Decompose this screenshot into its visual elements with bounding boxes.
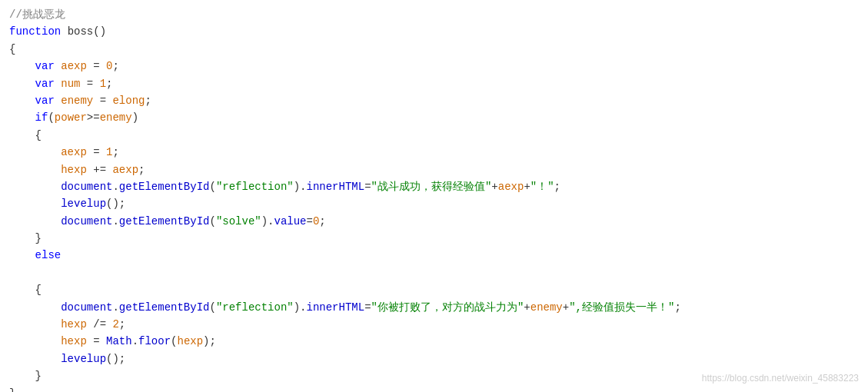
code-line-6: var enemy = elong; [9,92,859,109]
code-line-17: { [9,281,859,298]
code-line-11: document.getElementById("reflection").in… [9,178,859,195]
code-line-2: function boss() [9,23,859,40]
code-line-20: hexp = Math.floor(hexp); [9,333,859,350]
code-line-4: var aexp = 0; [9,58,859,75]
code-line-5: var num = 1; [9,75,859,92]
code-line-13: document.getElementById("solve").value=0… [9,213,859,230]
code-line-18: document.getElementById("reflection").in… [9,299,859,316]
code-line-15: else [9,247,859,264]
comment-text: //挑战恶龙 [9,8,65,21]
code-line-14: } [9,230,859,247]
code-line-19: hexp /= 2; [9,316,859,333]
code-line-1: //挑战恶龙 [9,6,859,23]
code-editor: //挑战恶龙 function boss() { var aexp = 0; v… [0,0,868,392]
code-line-21: levelup(); [9,350,859,367]
code-line-23: } [9,385,859,392]
code-line-3: { [9,41,859,58]
code-line-10: hexp += aexp; [9,161,859,178]
keyword-function: function [9,25,61,38]
code-line-12: levelup(); [9,195,859,212]
code-line-16 [9,264,859,281]
function-name: boss [68,25,94,38]
code-line-9: aexp = 1; [9,144,859,161]
code-line-8: { [9,127,859,144]
watermark: https://blog.csdn.net/weixin_45883223 [702,371,859,386]
code-line-7: if(power>=enemy) [9,109,859,126]
